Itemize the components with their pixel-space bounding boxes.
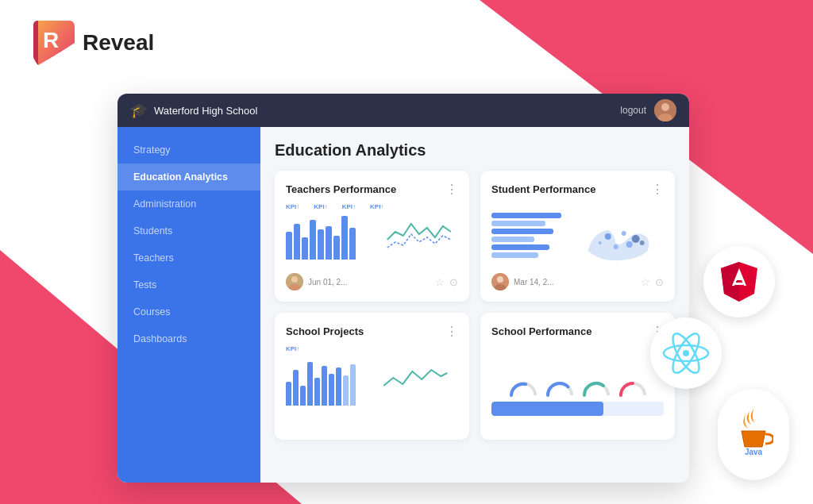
school-projects-line [372,354,459,402]
gauge-2 [545,379,575,397]
gauges-area [491,345,664,397]
angular-logo [718,260,761,303]
sidebar-item-students[interactable]: Students [118,217,260,244]
student-avatar [491,273,509,290]
student-hbar-3 [491,229,553,234]
card-header-student: Student Performance ⋮ [491,182,664,197]
app-header-logo: 🎓 Waterford High School [130,102,620,119]
sp-bar-10 [350,364,356,406]
student-share[interactable]: ⊙ [655,276,664,288]
reveal-logo-icon: R [32,17,75,68]
student-hbar-6 [491,252,538,258]
svg-point-14 [291,276,298,283]
sidebar-item-education-analytics[interactable]: Education Analytics [118,164,260,190]
svg-point-25 [495,284,506,290]
teachers-performance-card: Teachers Performance ⋮ KPI↑ KPI↑ KPI↑ KP… [275,171,469,302]
svg-point-20 [626,241,632,248]
gauge-arc-2 [545,379,575,397]
student-avatar-img [491,273,509,290]
sp-bar-7 [329,374,334,406]
sp-bar-3 [300,386,306,406]
student-hbar-1 [491,213,561,218]
card-header-school-projects: School Projects ⋮ [286,324,458,339]
student-card-title: Student Performance [491,183,595,195]
bar-7 [333,236,340,260]
sidebar-item-strategy[interactable]: Strategy [118,137,260,164]
react-logo [662,329,710,377]
teachers-card-title: Teachers Performance [286,183,396,195]
teachers-share[interactable]: ⊙ [449,276,458,288]
card-header-teachers: Teachers Performance ⋮ [286,182,458,197]
performance-fill [491,402,603,416]
svg-rect-4 [735,283,743,285]
student-performance-card: Student Performance ⋮ [480,171,675,302]
school-name: Waterford High School [154,105,257,117]
student-date: Mar 14, 2... [514,278,636,287]
svg-text:Java: Java [745,448,763,456]
teachers-date: Jun 01, 2... [308,278,430,287]
svg-point-17 [621,231,626,236]
svg-marker-2 [721,262,739,302]
gauge-arc-4 [618,379,648,397]
svg-point-21 [598,241,601,244]
angular-icon-badge [703,246,775,317]
student-card-menu[interactable]: ⋮ [651,182,664,197]
school-performance-card: School Performance ⋮ [480,313,675,440]
student-hbar-2 [491,221,545,226]
react-icon-badge [650,317,722,389]
sidebar-item-courses[interactable]: Courses [118,298,260,325]
bar-2 [294,224,300,260]
bar-9 [349,228,356,260]
school-projects-card: School Projects ⋮ KPI↑ [275,313,469,440]
main-content: Education Analytics Teachers Performance… [260,127,689,483]
scatter-area [576,203,664,267]
logout-button[interactable]: logout [620,105,646,116]
bar-3 [302,237,308,260]
teachers-card-menu[interactable]: ⋮ [445,182,458,197]
teachers-chart: KPI↑ KPI↑ KPI↑ KPI↑ [286,203,458,267]
kpi-labels: KPI↑ KPI↑ KPI↑ KPI↑ [286,203,458,210]
avatar-image [654,99,676,121]
svg-point-11 [661,103,669,111]
app-header: 🎓 Waterford High School logout [118,94,689,127]
gauge-1 [508,379,538,397]
school-projects-title: School Projects [286,325,364,337]
sp-bar-6 [322,366,327,406]
svg-point-18 [631,235,639,243]
sp-bar-9 [343,375,349,406]
sidebar-item-teachers[interactable]: Teachers [118,244,260,271]
school-projects-chart [286,354,458,406]
student-hbar-5 [491,244,549,250]
student-chart-area [491,203,664,267]
app-header-right: logout [620,99,676,121]
svg-point-15 [289,284,300,290]
sp-bar-8 [336,367,341,406]
bar-8 [341,216,348,260]
cards-grid: Teachers Performance ⋮ KPI↑ KPI↑ KPI↑ KP… [275,171,675,440]
bar-1 [286,232,292,260]
card-footer-teachers: Jun 01, 2... ☆ ⊙ [286,273,458,290]
teachers-star[interactable]: ☆ [435,276,445,288]
svg-point-8 [683,350,689,356]
sidebar-item-dashboards[interactable]: Dashboards [118,325,260,352]
gauge-arc-1 [508,379,538,397]
school-performance-title: School Performance [491,325,591,337]
gauge-arc-3 [581,379,611,397]
sidebar-item-administration[interactable]: Administration [118,190,260,217]
student-star[interactable]: ☆ [641,276,650,288]
teacher-avatar [286,273,303,290]
svg-point-24 [497,276,503,283]
bar-6 [326,226,332,260]
kpi-label-3: KPI↑ [342,203,356,210]
svg-point-22 [639,240,644,245]
kpi-label-2: KPI↑ [314,203,327,210]
school-logo-icon: 🎓 [130,102,148,119]
svg-point-16 [604,233,611,240]
sp-bar-4 [307,362,313,406]
sidebar-item-tests[interactable]: Tests [118,271,260,298]
school-projects-kpi: KPI↑ [286,345,458,352]
sp-bar-2 [293,370,299,406]
card-header-school-performance: School Performance ⋮ [491,324,664,339]
school-projects-menu[interactable]: ⋮ [445,324,458,339]
performance-bar-bottom [491,402,664,416]
